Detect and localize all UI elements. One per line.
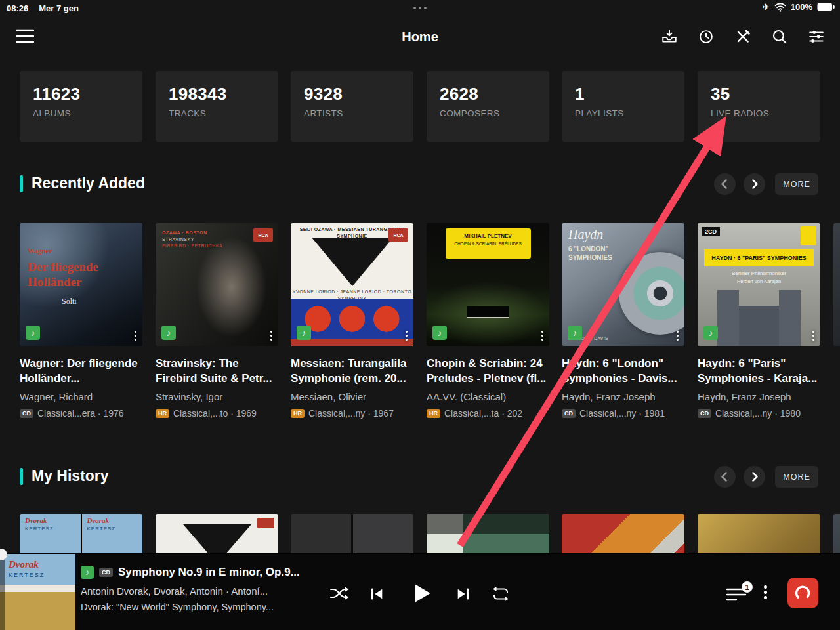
album-art-text: SYMPHONIES [568, 254, 612, 261]
my-history-more-button[interactable]: MORE [775, 466, 818, 488]
quality-badge: CD [562, 409, 576, 418]
section-my-history: My History [20, 467, 109, 485]
format-badge-icon: ♪ [568, 326, 582, 340]
now-playing-track: Symphony No.9 in E minor, Op.9... [118, 566, 300, 579]
stat-artists[interactable]: 9328 ARTISTS [291, 71, 413, 142]
album-menu-icon[interactable] [811, 329, 816, 343]
player-menu-button[interactable] [764, 585, 767, 589]
now-playing-album: Dvorak: "New World" Symphony, Symphony..… [81, 602, 325, 612]
now-playing-art-text: Dvorak [9, 559, 39, 570]
wifi-icon [774, 3, 786, 12]
history-item[interactable]: Dvorak KERTESZ Dvorak KERTESZ [20, 514, 142, 553]
history-item[interactable] [562, 514, 684, 553]
format-badge-icon: ♪ [704, 326, 718, 340]
recently-added-next-button[interactable] [744, 173, 765, 195]
history-clock-icon [698, 28, 715, 45]
album-card[interactable]: SEIJI OZAWA · MESSIAEN TURANGALILA-SYMPH… [291, 223, 413, 419]
album-art-text: 2CD [702, 227, 720, 236]
chevron-right-icon [744, 173, 765, 195]
history-item[interactable] [156, 514, 278, 553]
album-menu-icon[interactable] [404, 329, 410, 343]
album-artist: Haydn, Franz Joseph [562, 391, 684, 402]
album-art-text: STRAVINSKY [162, 236, 194, 243]
repeat-button[interactable] [491, 586, 511, 602]
album-title: Wagner: Der fliegende Holländer... [20, 356, 142, 386]
stat-albums[interactable]: 11623 ALBUMS [20, 71, 142, 142]
now-playing-art[interactable]: Dvorak KERTESZ [0, 554, 75, 630]
section-title: My History [32, 467, 109, 485]
search-icon [771, 28, 788, 45]
stat-composers[interactable]: 2628 COMPOSERS [427, 71, 549, 142]
album-art: Haydn 6 "LONDON" SYMPHONIES SIR COLIN DA… [562, 223, 684, 346]
history-button[interactable] [697, 28, 715, 46]
my-history-next-button[interactable] [744, 466, 765, 488]
shuffle-icon [329, 585, 349, 601]
section-accent-bar [20, 175, 23, 192]
album-meta: Classical,...ta · 202 [444, 408, 522, 419]
album-card-partial[interactable] [833, 223, 840, 346]
filter-sliders-icon [808, 28, 825, 45]
album-artist: Stravinsky, Igor [156, 391, 278, 402]
album-art-text: Solti [62, 297, 77, 306]
album-title: Stravinsky: The Firebird Suite & Petr... [156, 356, 278, 386]
stat-live-radios[interactable]: 35 LIVE RADIOS [698, 71, 820, 142]
history-item[interactable] [833, 514, 840, 553]
album-card[interactable]: Wagner Der fliegende Holländer Solti ♪ W… [20, 223, 142, 419]
stat-label: ALBUMS [33, 108, 142, 118]
previous-track-button[interactable] [369, 587, 386, 601]
album-artist: Wagner, Richard [20, 391, 142, 402]
quality-badge: HR [427, 409, 440, 418]
status-bar-left: 08:26 Mer 7 gen [7, 3, 79, 13]
stat-value: 1 [575, 84, 684, 104]
recently-added-prev-button[interactable] [714, 173, 736, 195]
next-icon [454, 587, 471, 601]
album-menu-icon[interactable] [540, 329, 545, 343]
record-label-seal: RCA [253, 228, 273, 242]
play-button[interactable] [410, 581, 433, 608]
shuffle-button[interactable] [329, 585, 349, 601]
tools-button[interactable] [734, 28, 752, 46]
album-card[interactable]: MIKHAIL PLETNEV CHOPIN & SCRIABIN: PRÉLU… [427, 223, 549, 419]
album-menu-icon[interactable] [133, 329, 138, 343]
album-card[interactable]: OZAWA · BOSTON STRAVINSKY FIREBIRD · PET… [156, 223, 278, 419]
stat-tracks[interactable]: 198343 TRACKS [156, 71, 278, 142]
history-art [833, 514, 840, 553]
previous-icon [369, 587, 386, 601]
album-art: SEIJI OZAWA · MESSIAEN TURANGALILA-SYMPH… [291, 223, 413, 346]
quality-badge: HR [291, 409, 304, 418]
album-card[interactable]: Haydn 6 "LONDON" SYMPHONIES SIR COLIN DA… [562, 223, 684, 419]
stat-label: LIVE RADIOS [711, 108, 820, 118]
history-item[interactable] [698, 514, 820, 553]
stat-playlists[interactable]: 1 PLAYLISTS [562, 71, 684, 142]
album-card[interactable]: 2CD HAYDN · 6 "PARIS" SYMPHONIES Berline… [698, 223, 820, 419]
now-playing-artists: Antonin Dvorak, Dvorak, Antonin · Antoní… [81, 585, 325, 597]
history-item[interactable] [291, 514, 413, 553]
history-art [562, 514, 684, 553]
search-button[interactable] [770, 28, 789, 46]
my-history-prev-button[interactable] [714, 466, 736, 488]
queue-button[interactable]: 1 [726, 587, 747, 602]
album-meta: Classical,...ny · 1980 [715, 408, 801, 419]
album-title: Haydn: 6 "London" Symphonies - Davis... [562, 356, 684, 386]
now-playing-art-text: KERTESZ [9, 572, 45, 578]
artwork-footer [291, 339, 413, 346]
status-time: 08:26 [7, 3, 28, 13]
now-playing-info[interactable]: ♪ CD Symphony No.9 in E minor, Op.9... A… [81, 566, 325, 612]
next-track-button[interactable] [454, 587, 471, 601]
recently-added-more-button[interactable]: MORE [775, 173, 818, 195]
format-badge-icon: ♪ [81, 566, 94, 579]
album-art [833, 223, 840, 346]
cd-disc-artwork [619, 252, 684, 335]
album-title: Chopin & Scriabin: 24 Preludes - Pletnev… [427, 356, 549, 386]
history-art [291, 514, 413, 553]
history-art [156, 514, 278, 553]
album-menu-icon[interactable] [269, 329, 274, 343]
format-badge-icon: ♪ [161, 326, 176, 340]
stat-value: 35 [711, 84, 820, 104]
filter-button[interactable] [807, 28, 826, 46]
inbox-button[interactable] [660, 28, 679, 46]
album-art-text: Haydn [568, 227, 603, 242]
history-item[interactable] [427, 514, 549, 553]
app-logo-button[interactable] [788, 578, 818, 608]
album-menu-icon[interactable] [675, 329, 681, 343]
